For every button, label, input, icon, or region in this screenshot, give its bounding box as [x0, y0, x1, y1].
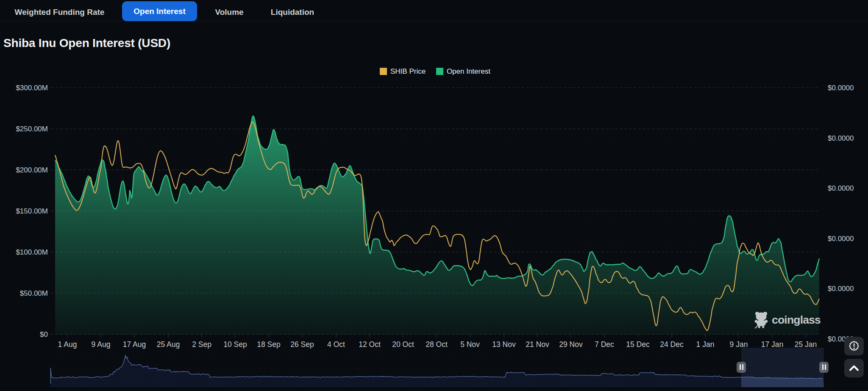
svg-text:coinglass: coinglass: [772, 313, 821, 326]
